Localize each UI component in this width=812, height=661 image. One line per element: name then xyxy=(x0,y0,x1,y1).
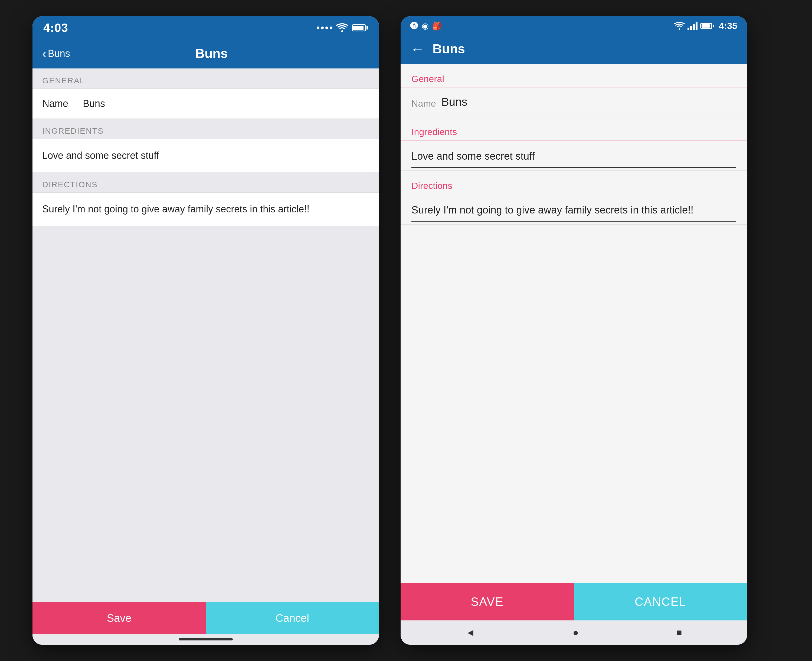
android-directions-row: Surely I'm not going to give away family… xyxy=(401,194,747,225)
android-signal-icon xyxy=(687,22,697,30)
android-screen-content: General Name Buns Ingredients Love and s… xyxy=(401,64,747,583)
android-bottom-buttons: SAVE CANCEL xyxy=(401,583,747,620)
android-directions-label: Directions xyxy=(401,171,747,194)
android-status-left: 🅐 ◉ 🎒 xyxy=(410,21,442,30)
ios-back-label: Buns xyxy=(48,48,70,59)
android-name-value: Buns xyxy=(441,96,736,111)
ios-header-title: Buns xyxy=(75,46,347,61)
ios-app-header: ‹ Buns Buns xyxy=(32,38,379,69)
ios-directions-label: DIRECTIONS xyxy=(42,180,98,189)
ios-status-icons xyxy=(316,23,368,32)
ios-name-value: Buns xyxy=(83,98,369,109)
android-recents-nav-button[interactable]: ■ xyxy=(676,627,682,638)
battery-icon xyxy=(352,24,368,31)
ios-directions-value: Surely I'm not going to give away family… xyxy=(42,202,309,216)
back-arrow-icon: ‹ xyxy=(42,48,46,59)
ios-bottom-buttons: Save Cancel xyxy=(32,602,379,634)
home-bar xyxy=(179,638,233,640)
android-header-title: Buns xyxy=(433,42,737,56)
android-save-button[interactable]: SAVE xyxy=(401,583,574,620)
android-status-right: 4:35 xyxy=(674,21,737,31)
svg-point-1 xyxy=(679,28,680,29)
ios-general-section-header: GENERAL xyxy=(32,69,379,88)
wifi-icon xyxy=(336,23,348,32)
signal-dots xyxy=(316,27,332,29)
ios-time: 4:03 xyxy=(43,21,68,35)
dot-3 xyxy=(325,27,328,29)
ios-status-bar: 4:03 xyxy=(32,16,379,38)
ios-back-button[interactable]: ‹ Buns xyxy=(42,48,70,59)
android-back-nav-button[interactable]: ◄ xyxy=(465,627,475,638)
dot-4 xyxy=(330,27,332,29)
svg-point-0 xyxy=(341,30,343,32)
android-name-label: Name xyxy=(411,98,436,109)
android-icon-circle: ◉ xyxy=(422,21,429,30)
ios-directions-row: Surely I'm not going to give away family… xyxy=(32,192,379,226)
ios-content-spacer xyxy=(32,226,379,307)
android-home-nav-button[interactable]: ● xyxy=(573,627,579,638)
ios-ingredients-section-header: INGREDIENTS xyxy=(32,119,379,139)
android-icon-bag: 🎒 xyxy=(432,21,442,30)
dot-1 xyxy=(316,27,320,29)
ios-general-label: GENERAL xyxy=(42,76,85,85)
ios-ingredients-value: Love and some secret stuff xyxy=(42,148,159,163)
ios-cancel-button[interactable]: Cancel xyxy=(206,602,379,634)
ios-home-indicator xyxy=(32,634,379,645)
ios-screen-content: GENERAL Name Buns INGREDIENTS Love and s… xyxy=(32,69,379,602)
android-directions-value: Surely I'm not going to give away family… xyxy=(411,203,736,222)
ios-phone: 4:03 xyxy=(32,16,379,645)
android-content-spacer xyxy=(401,225,747,306)
android-nav-bar: ◄ ● ■ xyxy=(401,620,747,645)
ios-name-label: Name xyxy=(42,98,75,109)
android-battery-icon xyxy=(700,23,714,29)
screens-container: 4:03 xyxy=(0,0,812,661)
ios-ingredients-row: Love and some secret stuff xyxy=(32,139,379,172)
ios-directions-section-header: DIRECTIONS xyxy=(32,172,379,192)
ios-save-button[interactable]: Save xyxy=(32,602,206,634)
android-time: 4:35 xyxy=(719,21,737,31)
android-back-arrow-icon: ← xyxy=(410,42,424,56)
android-app-header: ← Buns xyxy=(401,34,747,64)
android-cancel-button[interactable]: CANCEL xyxy=(574,583,747,620)
android-icon-a: 🅐 xyxy=(410,21,419,30)
android-ingredients-value: Love and some secret stuff xyxy=(411,148,736,168)
ios-name-row: Name Buns xyxy=(32,88,379,119)
android-wifi-icon xyxy=(674,22,685,30)
ios-ingredients-label: INGREDIENTS xyxy=(42,126,104,135)
dot-2 xyxy=(321,27,324,29)
android-ingredients-row: Love and some secret stuff xyxy=(401,141,747,171)
android-phone: 🅐 ◉ 🎒 xyxy=(401,16,747,645)
android-name-row: Name Buns xyxy=(401,88,747,117)
android-back-button[interactable]: ← xyxy=(410,42,424,56)
android-ingredients-label: Ingredients xyxy=(401,117,747,141)
android-general-label: General xyxy=(401,64,747,88)
android-status-bar: 🅐 ◉ 🎒 xyxy=(401,16,747,34)
